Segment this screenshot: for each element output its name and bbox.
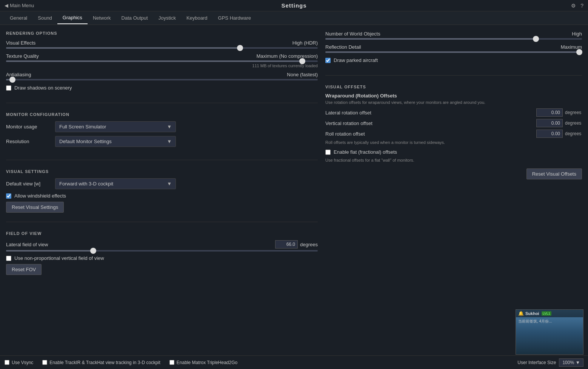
allow-windshield-checkbox[interactable]	[6, 193, 11, 199]
texture-quality-track[interactable]	[6, 60, 318, 62]
tab-data-output[interactable]: Data Output	[116, 12, 153, 24]
notification-thumbnail: 🔔 Sukhoi LVL1 当前前签筑, 4月份...	[516, 309, 583, 355]
monitor-usage-dropdown[interactable]: Full Screen Simulator ▼	[55, 121, 176, 132]
allow-windshield-label: Allow windshield effects	[14, 193, 66, 199]
ui-size-label: User Interface Size	[517, 360, 556, 365]
matrox-row: Enable Matrox TripleHead2Go	[169, 360, 237, 365]
bottom-bar: Use Vsync Enable TrackIR & TrackHat view…	[0, 355, 588, 369]
back-button[interactable]: ◀ Main Menu	[5, 3, 34, 8]
reflection-detail-fill	[325, 51, 579, 53]
world-objects-thumb[interactable]	[533, 36, 539, 42]
vertical-rotation-label: Vertical rotation offset	[325, 120, 536, 126]
divider-r1	[325, 75, 582, 76]
lateral-rotation-input[interactable]	[536, 108, 563, 117]
reset-fov-button[interactable]: Reset FOV	[6, 264, 42, 275]
antialiasing-track[interactable]	[6, 79, 318, 80]
divider-1	[6, 103, 318, 103]
world-objects-track[interactable]	[325, 38, 582, 40]
visual-settings-section: VISUAL SETTINGS Default view [w] Forward…	[6, 169, 318, 213]
texture-quality-thumb[interactable]	[299, 58, 305, 64]
ui-size-value: 100%	[562, 360, 574, 365]
draw-parked-checkbox[interactable]	[325, 58, 331, 63]
roll-rotation-label: Roll rotation offset	[325, 131, 536, 137]
monitor-config-section: MONITOR CONFIGURATION Monitor usage Full…	[6, 112, 318, 151]
reset-visual-offsets-button[interactable]: Reset Visual Offsets	[526, 168, 582, 179]
use-vsync-checkbox[interactable]	[5, 360, 9, 365]
fov-lateral-label: Lateral field of view	[6, 242, 48, 247]
antialiasing-value: None (fastest)	[287, 72, 318, 77]
ui-size-dropdown[interactable]: 100% ▼	[559, 358, 583, 367]
fov-slider-track[interactable]	[6, 250, 318, 252]
settings-icon: ⚙	[571, 3, 576, 9]
notification-header: 🔔 Sukhoi LVL1	[516, 310, 583, 317]
help-icon: ?	[580, 3, 583, 9]
tab-network[interactable]: Network	[88, 12, 116, 24]
texture-quality-row: Texture Quality Maximum (No compression)…	[6, 53, 318, 68]
draw-shadows-row: Draw shadows on scenery	[6, 85, 318, 91]
visual-effects-label: Visual Effects	[6, 40, 35, 46]
rendering-title: RENDERING OPTIONS	[6, 31, 318, 36]
use-vsync-row: Use Vsync	[5, 360, 33, 365]
fov-slider-fill	[6, 250, 93, 252]
monitor-config-title: MONITOR CONFIGURATION	[6, 112, 318, 117]
reflection-detail-thumb[interactable]	[576, 49, 582, 55]
matrox-checkbox[interactable]	[169, 360, 174, 365]
roll-rotation-row: Roll rotation offset degrees	[325, 130, 582, 138]
reset-visual-settings-button[interactable]: Reset Visual Settings	[6, 202, 64, 213]
texture-quality-fill	[6, 60, 302, 62]
tab-gps-hardware[interactable]: GPS Hardware	[213, 12, 256, 24]
antialiasing-label: Antialiasing	[6, 72, 31, 77]
fov-unit: degrees	[300, 242, 318, 247]
lateral-rotation-label: Lateral rotation offset	[325, 110, 536, 116]
use-vsync-label: Use Vsync	[12, 360, 33, 365]
default-view-dropdown[interactable]: Forward with 3-D cockpit ▼	[55, 178, 176, 189]
fov-slider-thumb[interactable]	[90, 248, 96, 254]
tab-graphics[interactable]: Graphics	[57, 12, 88, 24]
allow-windshield-row: Allow windshield effects	[6, 193, 318, 199]
world-objects-row: Number of World Objects High	[325, 31, 582, 40]
trackir-label: Enable TrackIR & TrackHat view tracking …	[49, 360, 160, 365]
visual-effects-track[interactable]	[6, 47, 318, 49]
fov-lateral-input[interactable]	[275, 240, 298, 249]
tab-keyboard[interactable]: Keyboard	[181, 12, 213, 24]
vertical-rotation-row: Vertical rotation offset degrees	[325, 119, 582, 127]
back-label: Main Menu	[10, 3, 34, 8]
reflection-detail-track[interactable]	[325, 51, 582, 53]
page-title: Settings	[281, 2, 306, 9]
draw-shadows-checkbox[interactable]	[6, 85, 11, 91]
right-panel: Number of World Objects High Reflection …	[325, 31, 582, 349]
trackir-row: Enable TrackIR & TrackHat view tracking …	[42, 360, 160, 365]
rendering-section: RENDERING OPTIONS Visual Effects High (H…	[6, 31, 318, 94]
monitor-usage-arrow: ▼	[167, 124, 172, 130]
tab-sound[interactable]: Sound	[32, 12, 57, 24]
lateral-rotation-unit: degrees	[565, 110, 582, 115]
visual-effects-value: High (HDR)	[292, 40, 318, 46]
resolution-row: Resolution Default Monitor Settings ▼	[6, 136, 318, 147]
divider-3	[6, 222, 318, 222]
top-right-icons: ⚙ ?	[571, 3, 583, 9]
trackir-checkbox[interactable]	[42, 360, 47, 365]
matrox-label: Enable Matrox TripleHead2Go	[177, 360, 237, 365]
antialiasing-thumb[interactable]	[9, 77, 15, 83]
ui-size-row: User Interface Size 100% ▼	[517, 358, 583, 367]
notification-name: Sukhoi	[525, 311, 539, 316]
roll-rotation-unit: degrees	[565, 131, 582, 136]
enable-flat-row: Enable flat (fractional) offsets	[325, 149, 582, 155]
visual-settings-title: VISUAL SETTINGS	[6, 169, 318, 174]
monitor-usage-row: Monitor usage Full Screen Simulator ▼	[6, 121, 318, 132]
fov-label-row: Lateral field of view degrees	[6, 240, 318, 249]
lateral-rotation-row: Lateral rotation offset degrees	[325, 108, 582, 117]
tab-joystick[interactable]: Joystick	[153, 12, 181, 24]
visual-offsets-section: VISUAL OFFSETS Wraparound (Rotation) Off…	[325, 85, 582, 179]
resolution-value: Default Monitor Settings	[59, 139, 112, 144]
visual-offsets-title: VISUAL OFFSETS	[325, 85, 582, 89]
resolution-dropdown[interactable]: Default Monitor Settings ▼	[55, 136, 176, 147]
vertical-rotation-input[interactable]	[536, 119, 563, 127]
tab-general[interactable]: General	[5, 12, 32, 24]
world-objects-fill	[325, 38, 536, 40]
main-content: RENDERING OPTIONS Visual Effects High (H…	[0, 25, 588, 355]
roll-rotation-input[interactable]	[536, 130, 563, 138]
visual-effects-thumb[interactable]	[237, 45, 243, 51]
non-proportional-checkbox[interactable]	[6, 256, 11, 261]
enable-flat-checkbox[interactable]	[325, 150, 331, 155]
